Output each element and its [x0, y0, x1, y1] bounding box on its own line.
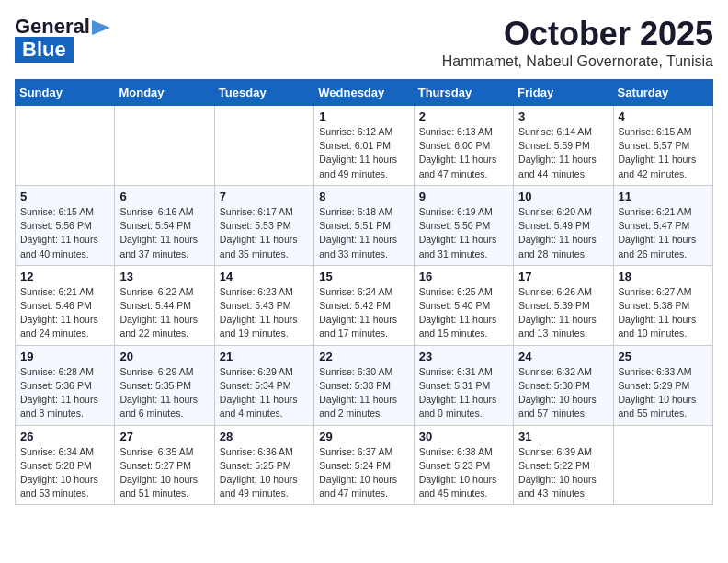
day-number: 12: [20, 270, 109, 283]
col-friday: Friday: [514, 80, 613, 106]
day-number: 14: [220, 270, 309, 283]
table-row: 28 Sunrise: 6:36 AMSunset: 5:25 PMDaylig…: [214, 425, 313, 505]
table-row: 6 Sunrise: 6:16 AMSunset: 5:54 PMDayligh…: [115, 185, 214, 265]
day-detail: Sunrise: 6:36 AMSunset: 5:25 PMDaylight:…: [220, 446, 298, 500]
day-number: 13: [119, 270, 209, 283]
calendar-week-row: 19 Sunrise: 6:28 AMSunset: 5:36 PMDaylig…: [16, 345, 713, 425]
table-row: 21 Sunrise: 6:29 AMSunset: 5:34 PMDaylig…: [214, 345, 313, 425]
day-detail: Sunrise: 6:26 AMSunset: 5:39 PMDaylight:…: [518, 286, 597, 339]
day-detail: Sunrise: 6:24 AMSunset: 5:42 PMDaylight:…: [319, 286, 397, 339]
table-row: 29 Sunrise: 6:37 AMSunset: 5:24 PMDaylig…: [314, 425, 414, 505]
logo-arrow-icon: [92, 18, 112, 37]
calendar-table: Sunday Monday Tuesday Wednesday Thursday…: [15, 79, 713, 505]
col-tuesday: Tuesday: [214, 80, 313, 106]
day-number: 28: [220, 430, 309, 443]
day-detail: Sunrise: 6:14 AMSunset: 5:59 PMDaylight:…: [518, 126, 597, 179]
day-detail: Sunrise: 6:37 AMSunset: 5:24 PMDaylight:…: [319, 446, 397, 500]
day-detail: Sunrise: 6:19 AMSunset: 5:50 PMDaylight:…: [419, 206, 497, 259]
table-row: [613, 425, 712, 505]
col-sunday: Sunday: [16, 80, 115, 106]
day-number: 18: [619, 270, 708, 283]
day-number: 4: [619, 109, 708, 123]
table-row: 18 Sunrise: 6:27 AMSunset: 5:38 PMDaylig…: [613, 265, 712, 345]
day-detail: Sunrise: 6:25 AMSunset: 5:40 PMDaylight:…: [419, 286, 497, 339]
calendar-week-row: 26 Sunrise: 6:34 AMSunset: 5:28 PMDaylig…: [16, 425, 713, 505]
day-detail: Sunrise: 6:39 AMSunset: 5:22 PMDaylight:…: [518, 446, 597, 500]
table-row: 8 Sunrise: 6:18 AMSunset: 5:51 PMDayligh…: [314, 185, 414, 265]
table-row: 17 Sunrise: 6:26 AMSunset: 5:39 PMDaylig…: [514, 265, 613, 345]
day-detail: Sunrise: 6:34 AMSunset: 5:28 PMDaylight:…: [20, 446, 98, 500]
table-row: 22 Sunrise: 6:30 AMSunset: 5:33 PMDaylig…: [314, 345, 414, 425]
day-detail: Sunrise: 6:23 AMSunset: 5:43 PMDaylight:…: [220, 286, 298, 339]
day-number: 25: [619, 350, 708, 363]
logo: General Blue: [15, 15, 112, 63]
title-block: October 2025 Hammamet, Nabeul Governorat…: [442, 15, 713, 70]
calendar-header-row: Sunday Monday Tuesday Wednesday Thursday…: [16, 80, 713, 106]
day-detail: Sunrise: 6:38 AMSunset: 5:23 PMDaylight:…: [419, 446, 497, 500]
table-row: 27 Sunrise: 6:35 AMSunset: 5:27 PMDaylig…: [115, 425, 214, 505]
table-row: 12 Sunrise: 6:21 AMSunset: 5:46 PMDaylig…: [16, 265, 115, 345]
table-row: 25 Sunrise: 6:33 AMSunset: 5:29 PMDaylig…: [613, 345, 712, 425]
day-detail: Sunrise: 6:18 AMSunset: 5:51 PMDaylight:…: [319, 206, 397, 259]
day-detail: Sunrise: 6:20 AMSunset: 5:49 PMDaylight:…: [518, 206, 597, 259]
svg-marker-0: [92, 20, 110, 35]
calendar-week-row: 1 Sunrise: 6:12 AMSunset: 6:01 PMDayligh…: [16, 106, 713, 186]
table-row: 9 Sunrise: 6:19 AMSunset: 5:50 PMDayligh…: [414, 185, 513, 265]
day-detail: Sunrise: 6:15 AMSunset: 5:57 PMDaylight:…: [619, 126, 697, 179]
day-number: 3: [518, 109, 608, 123]
day-number: 16: [419, 270, 508, 283]
day-detail: Sunrise: 6:30 AMSunset: 5:33 PMDaylight:…: [319, 366, 397, 419]
day-detail: Sunrise: 6:29 AMSunset: 5:35 PMDaylight:…: [119, 366, 198, 419]
table-row: 23 Sunrise: 6:31 AMSunset: 5:31 PMDaylig…: [414, 345, 513, 425]
day-number: 8: [319, 190, 408, 203]
day-number: 2: [419, 109, 508, 123]
day-number: 1: [319, 109, 408, 123]
table-row: 7 Sunrise: 6:17 AMSunset: 5:53 PMDayligh…: [214, 185, 313, 265]
table-row: 20 Sunrise: 6:29 AMSunset: 5:35 PMDaylig…: [115, 345, 214, 425]
table-row: 30 Sunrise: 6:38 AMSunset: 5:23 PMDaylig…: [414, 425, 513, 505]
col-monday: Monday: [115, 80, 214, 106]
col-wednesday: Wednesday: [314, 80, 414, 106]
col-thursday: Thursday: [414, 80, 513, 106]
day-number: 5: [20, 190, 109, 203]
day-detail: Sunrise: 6:21 AMSunset: 5:46 PMDaylight:…: [20, 286, 98, 339]
table-row: 31 Sunrise: 6:39 AMSunset: 5:22 PMDaylig…: [514, 425, 613, 505]
table-row: [16, 106, 115, 186]
table-row: 24 Sunrise: 6:32 AMSunset: 5:30 PMDaylig…: [514, 345, 613, 425]
table-row: 19 Sunrise: 6:28 AMSunset: 5:36 PMDaylig…: [16, 345, 115, 425]
page-header: General Blue October 2025 Hammamet, Nabe…: [15, 15, 713, 70]
day-number: 24: [518, 350, 608, 363]
day-number: 27: [119, 430, 209, 443]
table-row: [214, 106, 313, 186]
day-number: 22: [319, 350, 408, 363]
day-detail: Sunrise: 6:15 AMSunset: 5:56 PMDaylight:…: [20, 206, 98, 259]
day-detail: Sunrise: 6:21 AMSunset: 5:47 PMDaylight:…: [619, 206, 697, 259]
day-number: 29: [319, 430, 408, 443]
day-detail: Sunrise: 6:31 AMSunset: 5:31 PMDaylight:…: [419, 366, 497, 419]
day-detail: Sunrise: 6:35 AMSunset: 5:27 PMDaylight:…: [119, 446, 198, 500]
table-row: 2 Sunrise: 6:13 AMSunset: 6:00 PMDayligh…: [414, 106, 513, 186]
location-title: Hammamet, Nabeul Governorate, Tunisia: [442, 53, 713, 70]
day-detail: Sunrise: 6:33 AMSunset: 5:29 PMDaylight:…: [619, 366, 697, 419]
month-title: October 2025: [442, 15, 713, 53]
day-detail: Sunrise: 6:17 AMSunset: 5:53 PMDaylight:…: [220, 206, 298, 259]
day-detail: Sunrise: 6:12 AMSunset: 6:01 PMDaylight:…: [319, 126, 397, 179]
day-detail: Sunrise: 6:32 AMSunset: 5:30 PMDaylight:…: [518, 366, 597, 419]
day-number: 6: [119, 190, 209, 203]
day-number: 17: [518, 270, 608, 283]
day-detail: Sunrise: 6:28 AMSunset: 5:36 PMDaylight:…: [20, 366, 98, 419]
table-row: 14 Sunrise: 6:23 AMSunset: 5:43 PMDaylig…: [214, 265, 313, 345]
table-row: 5 Sunrise: 6:15 AMSunset: 5:56 PMDayligh…: [16, 185, 115, 265]
day-number: 15: [319, 270, 408, 283]
day-detail: Sunrise: 6:16 AMSunset: 5:54 PMDaylight:…: [119, 206, 198, 259]
day-detail: Sunrise: 6:29 AMSunset: 5:34 PMDaylight:…: [220, 366, 298, 419]
table-row: 10 Sunrise: 6:20 AMSunset: 5:49 PMDaylig…: [514, 185, 613, 265]
day-detail: Sunrise: 6:27 AMSunset: 5:38 PMDaylight:…: [619, 286, 697, 339]
day-number: 19: [20, 350, 109, 363]
day-number: 10: [518, 190, 608, 203]
day-number: 31: [518, 430, 608, 443]
day-number: 30: [419, 430, 508, 443]
table-row: 4 Sunrise: 6:15 AMSunset: 5:57 PMDayligh…: [613, 106, 712, 186]
calendar-week-row: 12 Sunrise: 6:21 AMSunset: 5:46 PMDaylig…: [16, 265, 713, 345]
table-row: 15 Sunrise: 6:24 AMSunset: 5:42 PMDaylig…: [314, 265, 414, 345]
